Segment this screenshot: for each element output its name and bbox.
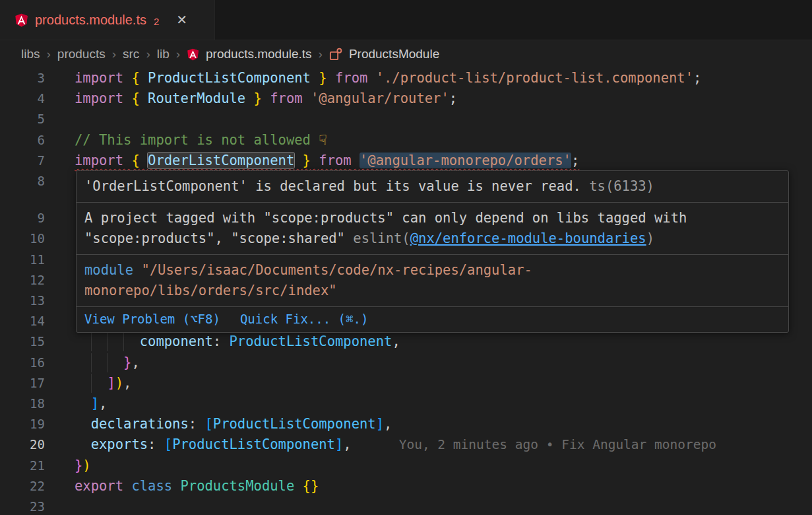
line-number[interactable]: 21: [0, 456, 45, 476]
code-token: [140, 153, 148, 168]
code-token: }: [303, 153, 311, 168]
line-number[interactable]: 8: [0, 171, 45, 191]
line-number[interactable]: 13: [0, 291, 45, 311]
code-text: ],: [75, 394, 107, 414]
code-token: ,: [131, 355, 139, 370]
line-number[interactable]: 20: [0, 434, 45, 455]
code-line-17[interactable]: 17 ]),: [0, 373, 812, 394]
code-token: ProductListComponent: [172, 436, 335, 452]
code-token: {: [131, 90, 139, 106]
ts-diagnostic-source: ts(6133): [589, 178, 654, 194]
code-token: [262, 90, 270, 106]
module-path-line-2: monorepo/libs/orders/src/index": [84, 281, 780, 301]
line-number[interactable]: 11: [0, 250, 45, 270]
code-line-5[interactable]: 5: [0, 109, 812, 129]
eslint-message-line-1: A project tagged with "scope:products" c…: [84, 208, 780, 228]
breadcrumb-item-products[interactable]: products: [57, 47, 106, 61]
close-icon[interactable]: ✕: [176, 13, 187, 26]
view-problem-button[interactable]: View Problem (⌥F8): [84, 312, 220, 326]
line-number[interactable]: 10: [0, 228, 45, 249]
code-text: import { ProductListComponent } from './…: [75, 68, 701, 88]
code-token: {: [131, 70, 139, 86]
code-text: import { RouterModule } from '@angular/r…: [75, 88, 457, 109]
code-token: :: [189, 416, 205, 432]
line-number[interactable]: 23: [0, 497, 45, 515]
line-number[interactable]: 7: [0, 151, 45, 171]
code-token: }: [75, 458, 82, 473]
line-number[interactable]: 9: [0, 208, 45, 228]
code-token: from: [335, 70, 367, 86]
chevron-right-icon: ›: [146, 47, 150, 61]
breadcrumb: libs › products › src › lib › products.m…: [0, 40, 812, 68]
breadcrumb-item-symbol[interactable]: ProductsModule: [349, 47, 439, 61]
line-number[interactable]: 22: [0, 476, 45, 497]
line-number[interactable]: 5: [0, 109, 45, 129]
line-number[interactable]: 19: [0, 414, 45, 434]
error-hover-popup: 'OrderListComponent' is declared but its…: [76, 170, 789, 333]
code-token: ProductsModule: [180, 478, 302, 494]
line-number[interactable]: 3: [0, 68, 45, 88]
code-token: [327, 70, 335, 86]
code-line-18[interactable]: 18 ],: [0, 394, 812, 414]
code-token: ): [115, 375, 123, 391]
code-token: from: [319, 153, 351, 168]
code-text: ]),: [75, 373, 131, 394]
breadcrumb-item-lib[interactable]: lib: [157, 47, 170, 61]
chevron-right-icon: ›: [47, 47, 51, 61]
code-text: declarations: [ProductListComponent],: [75, 414, 392, 434]
code-line-21[interactable]: 21}): [0, 456, 812, 476]
code-token: exports: [91, 436, 148, 452]
code-token: ProductListComponent: [230, 333, 392, 349]
code-token: [75, 333, 140, 349]
line-number[interactable]: 15: [0, 331, 45, 352]
code-token: ,: [343, 436, 351, 452]
line-number[interactable]: 12: [0, 270, 45, 291]
code-token: ]: [107, 375, 115, 391]
hover-module-info: module "/Users/isaac/Documents/code/nx-r…: [77, 255, 788, 306]
ts-diagnostic-text: 'OrderListComponent' is declared but its…: [84, 178, 581, 194]
eslint-rule-link[interactable]: @nx/enforce-module-boundaries: [410, 230, 646, 246]
breadcrumb-item-src[interactable]: src: [123, 47, 139, 61]
eslint-message-line-2-text: "scope:products", "scope:shared": [84, 230, 345, 246]
code-line-22[interactable]: 22export class ProductsModule {}: [0, 476, 812, 497]
tab-products-module[interactable]: products.module.ts 2 ✕: [0, 0, 215, 40]
line-number[interactable]: 4: [0, 88, 45, 109]
code-token: component: [140, 333, 213, 349]
code-text: export class ProductsModule {}: [75, 476, 319, 497]
code-token: }: [123, 355, 131, 370]
quick-fix-button[interactable]: Quick Fix... (⌘.): [240, 312, 368, 326]
code-line-15[interactable]: 15 component: ProductListComponent,: [0, 331, 812, 352]
code-token: :: [213, 333, 230, 349]
code-token: [75, 355, 123, 370]
code-token: class: [131, 478, 180, 494]
code-line-7[interactable]: 7import { OrderListComponent } from '@an…: [0, 151, 812, 171]
code-token: [311, 153, 319, 168]
code-text: }): [75, 456, 91, 476]
code-text: // This import is not allowed ☟: [75, 130, 327, 151]
code-token: from: [270, 90, 302, 106]
angular-icon: [15, 13, 28, 27]
class-symbol-icon: [329, 48, 342, 61]
code-line-16[interactable]: 16 },: [0, 353, 812, 373]
code-line-20[interactable]: 20 exports: [ProductListComponent],You, …: [0, 434, 812, 455]
pointing-down-emoji: ☟: [319, 132, 327, 148]
code-line-3[interactable]: 3import { ProductListComponent } from '.…: [0, 68, 812, 88]
code-token: import: [75, 90, 131, 106]
code-token: ]: [335, 436, 343, 452]
code-line-23[interactable]: 23: [0, 497, 812, 515]
code-token: ;: [449, 90, 457, 106]
line-number[interactable]: 6: [0, 130, 45, 151]
tab-bar: products.module.ts 2 ✕: [0, 0, 812, 40]
breadcrumb-item-libs[interactable]: libs: [21, 47, 40, 61]
code-line-19[interactable]: 19 declarations: [ProductListComponent],: [0, 414, 812, 434]
code-token: [352, 153, 359, 168]
code-line-4[interactable]: 4import { RouterModule } from '@angular/…: [0, 88, 812, 109]
line-number[interactable]: 18: [0, 394, 45, 414]
line-number[interactable]: 14: [0, 311, 45, 331]
code-token: {: [131, 153, 139, 168]
code-line-6[interactable]: 6// This import is not allowed ☟: [0, 130, 812, 151]
code-token: [75, 395, 91, 411]
line-number[interactable]: 16: [0, 353, 45, 373]
breadcrumb-item-file[interactable]: products.module.ts: [206, 47, 312, 61]
line-number[interactable]: 17: [0, 373, 45, 394]
